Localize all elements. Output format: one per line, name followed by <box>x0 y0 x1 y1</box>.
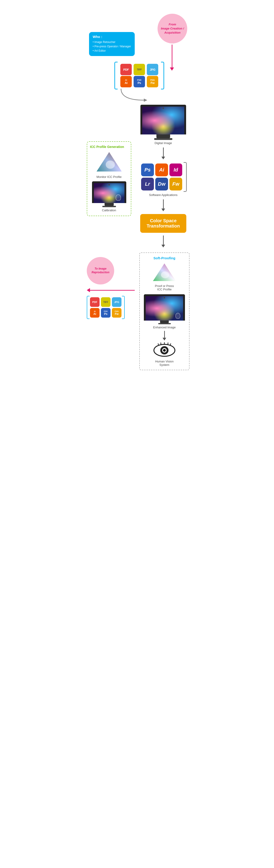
psd-bot-sub: PSD <box>104 310 107 312</box>
enhanced-monitor-wrap <box>142 294 186 324</box>
eye-wrap <box>142 342 186 358</box>
from-bubble-text: From Image Creation / Acquisition <box>161 23 184 35</box>
arrow-left-line <box>90 290 135 291</box>
digital-monitor <box>140 105 186 134</box>
digital-image-section: ICC Profile Generation <box>84 105 192 250</box>
ai-sw-icon: Ai <box>155 163 168 176</box>
svg-point-11 <box>163 349 166 352</box>
ai-bot-icon: AI Ai <box>90 308 100 318</box>
calibration-monitor <box>92 181 126 203</box>
color-space-box: Color Space Transformation <box>140 214 186 233</box>
proof-gamut-svg <box>152 262 177 283</box>
ai-label: Ai <box>125 81 128 85</box>
who-item-2: Pre-press Operator / Manager <box>93 44 131 49</box>
to-image-col: To Image Reproduction <box>87 252 135 319</box>
ai-icon: AI Ai <box>120 76 132 87</box>
icc-section: ICC Profile Generation <box>87 105 135 216</box>
ai-sub: AI <box>125 79 127 81</box>
arrow-to-sp <box>162 236 165 247</box>
svg-point-4 <box>106 160 115 169</box>
ai-bot-label: Ai <box>93 312 96 315</box>
sp-title: Soft-Proofing <box>142 256 186 260</box>
file-row-top-1: PDF TIFF JPG <box>119 64 160 75</box>
pink-arrow-left <box>87 288 135 292</box>
png-icon: PNG Fw <box>147 76 158 87</box>
proof-icc-label: Proof or Press ICC Profile <box>142 284 186 291</box>
diagram: From Image Creation / Acquisition Who : … <box>84 2 192 379</box>
enhanced-label: Enhanced Image <box>142 326 186 329</box>
psd-bot-label: Ps <box>104 312 107 315</box>
file-icons-top: PDF TIFF JPG AI Ai <box>114 62 164 89</box>
png-label: Fw <box>150 81 155 85</box>
software-apps-section: Ps Ai Id Lr Dw Fw <box>140 162 187 192</box>
who-title: Who : <box>93 35 131 39</box>
software-icons-wrap: Ps Ai Id Lr Dw Fw <box>140 162 187 192</box>
to-reproduction-row: To Image Reproduction <box>87 257 135 284</box>
pdf-bot-icon: PDF <box>90 297 100 307</box>
who-list: Image Retoucher Pre-press Operator / Man… <box>93 40 131 53</box>
pdf-icon: PDF <box>120 64 132 75</box>
sw-row-2: Lr Dw Fw <box>141 178 182 190</box>
png-bot-label: Fw <box>115 312 119 315</box>
dw-sw-icon: Dw <box>155 178 168 190</box>
ai-bot-sub: AI <box>94 310 96 312</box>
to-bubble-text: To Image Reproduction <box>92 267 109 274</box>
calibration-monitor-wrap <box>90 181 128 207</box>
jpg-icon: JPG <box>147 64 158 75</box>
proof-gamut-wrap <box>142 262 186 283</box>
digital-image-col: Digital Image Ps Ai Id <box>135 105 192 250</box>
jpg-label: JPG <box>150 68 156 71</box>
soft-proofing-box: Soft-Proofing <box>139 252 190 370</box>
page: From Image Creation / Acquisition Who : … <box>82 0 192 382</box>
digital-image-label: Digital Image <box>155 141 172 145</box>
arrow-left-head <box>87 288 90 292</box>
sw-row-1: Ps Ai Id <box>141 163 182 176</box>
svg-point-7 <box>161 272 169 278</box>
arrow-to-software <box>162 148 165 159</box>
digital-monitor-wrap <box>140 105 186 140</box>
soft-proofing-col: Soft-Proofing <box>135 252 192 370</box>
tiff-icon: TIFF <box>134 64 145 75</box>
arrow-to-eye <box>142 331 186 340</box>
psd-label: Ps <box>138 81 141 85</box>
file-row-bot-2: AI Ai PSD Ps PNG Fw <box>90 308 122 318</box>
top-section: From Image Creation / Acquisition Who : … <box>84 7 192 85</box>
who-box: Who : Image Retoucher Pre-press Operator… <box>89 32 135 56</box>
enhanced-monitor <box>144 294 185 320</box>
png-bot-icon: PNG Fw <box>112 308 122 318</box>
png-sub: PNG <box>150 79 155 81</box>
tiff-bot-label: TIFF <box>103 301 108 304</box>
software-apps-label: Software Applications <box>149 193 177 197</box>
lr-sw-icon: Lr <box>141 178 154 190</box>
eye-svg <box>153 342 176 358</box>
to-bubble: To Image Reproduction <box>87 257 114 284</box>
fw-sw-icon: Fw <box>169 178 182 190</box>
psd-sub: PSD <box>137 79 142 81</box>
icc-title: ICC Profile Generation <box>90 145 128 149</box>
ps-sw-icon: Ps <box>141 163 154 176</box>
icc-box: ICC Profile Generation <box>87 141 131 216</box>
file-row-bot-1: PDF TIFF JPG <box>90 297 122 307</box>
tiff-label: TIFF <box>137 68 142 71</box>
svg-marker-0 <box>144 98 147 102</box>
from-bubble: From Image Creation / Acquisition <box>158 14 187 43</box>
jpg-bot-icon: JPG <box>112 297 122 307</box>
file-row-top-2: AI Ai PSD Ps PNG Fw <box>119 76 160 87</box>
who-item-3: Art Editor <box>93 49 131 53</box>
pdf-bot-label: PDF <box>92 301 97 304</box>
arrow-to-cst <box>162 199 165 211</box>
psd-icon: PSD Ps <box>134 76 145 87</box>
file-icons-bottom: PDF TIFF JPG AI Ai <box>87 296 135 319</box>
color-space-label: Color Space Transformation <box>146 218 180 228</box>
psd-bot-icon: PSD Ps <box>101 308 110 318</box>
who-item-1: Image Retoucher <box>93 40 131 44</box>
tiff-bot-icon: TIFF <box>101 297 110 307</box>
pdf-label: PDF <box>123 68 129 71</box>
id-sw-icon: Id <box>169 163 182 176</box>
png-bot-sub: PNG <box>115 310 118 312</box>
human-vision-label: Human Vision System <box>142 360 186 367</box>
calibration-label: Calibration <box>90 209 128 212</box>
arrow-from-bubble <box>170 44 174 71</box>
gamut-svg <box>96 151 123 174</box>
monitor-icc-label: Monitor ICC Profile <box>90 175 128 179</box>
